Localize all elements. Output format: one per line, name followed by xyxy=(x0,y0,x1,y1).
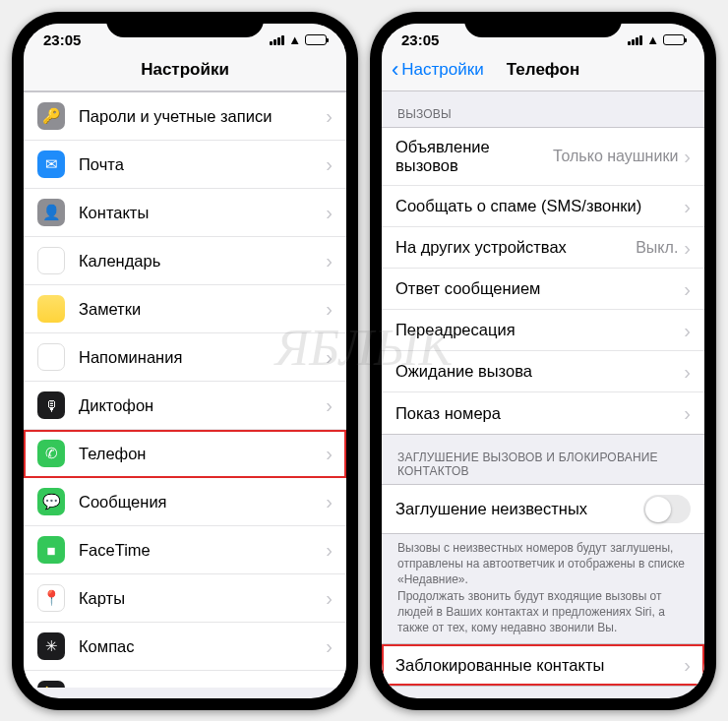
msg-icon: 💬 xyxy=(37,488,65,515)
row-на-других-устройствах[interactable]: На других устройствахВыкл.› xyxy=(382,227,704,269)
chevron-right-icon: › xyxy=(684,655,691,675)
section-footer-silence: Вызовы с неизвестных номеров будут заглу… xyxy=(382,534,704,643)
signal-icon xyxy=(628,35,642,45)
nav-bar: ‹ Настройки Телефон xyxy=(382,52,704,91)
chevron-right-icon: › xyxy=(326,395,333,415)
row-label: Сообщать о спаме (SMS/звонки) xyxy=(395,197,684,215)
row-переадресация[interactable]: Переадресация› xyxy=(382,310,704,351)
row-label: Заглушение неизвестных xyxy=(395,500,643,518)
chevron-right-icon: › xyxy=(326,685,333,688)
chevron-right-icon: › xyxy=(326,203,333,222)
maps-icon: 📍 xyxy=(37,584,65,612)
row-показ-номера[interactable]: Показ номера› xyxy=(382,392,704,434)
chevron-right-icon: › xyxy=(684,238,691,258)
chevron-right-icon: › xyxy=(326,444,333,463)
settings-row-cal[interactable]: Календарь› xyxy=(24,237,346,285)
row-label: Календарь xyxy=(79,252,326,270)
row-label: Переадресация xyxy=(395,321,684,339)
row-label: Напоминания xyxy=(79,348,326,367)
row-value: Только наушники xyxy=(553,148,678,165)
row-label: Заблокированные контакты xyxy=(395,656,684,675)
row-label: Рулетка xyxy=(79,686,326,689)
chevron-left-icon: ‹ xyxy=(392,59,398,81)
settings-row-mail[interactable]: ✉Почта› xyxy=(24,141,346,189)
settings-row-ft[interactable]: ■FaceTime› xyxy=(24,526,346,574)
notch xyxy=(464,12,622,37)
settings-row-remind[interactable]: •Напоминания› xyxy=(24,333,346,382)
status-time: 23:05 xyxy=(401,31,460,48)
page-title: Настройки xyxy=(141,60,229,80)
row-label: Ожидание вызова xyxy=(395,362,684,381)
settings-row-notes[interactable]: Заметки› xyxy=(24,285,346,333)
row-ответ-сообщением[interactable]: Ответ сообщением› xyxy=(382,269,704,310)
battery-icon xyxy=(663,34,685,45)
row-label: Объявление вызовов xyxy=(395,138,553,175)
back-label: Настройки xyxy=(401,60,483,80)
settings-row-measure[interactable]: 📏Рулетка› xyxy=(24,671,346,688)
wifi-icon: ▲ xyxy=(288,32,301,47)
page-title: Телефон xyxy=(507,60,579,80)
chevron-right-icon: › xyxy=(326,540,333,560)
chevron-right-icon: › xyxy=(684,321,691,340)
chevron-right-icon: › xyxy=(326,299,333,319)
signal-icon xyxy=(270,35,284,45)
row-label: FaceTime xyxy=(79,541,326,560)
settings-row-compass[interactable]: ✳Компас› xyxy=(24,623,346,671)
chevron-right-icon: › xyxy=(684,147,691,166)
chevron-right-icon: › xyxy=(326,588,333,608)
row-label: Контакты xyxy=(79,204,326,222)
notes-icon xyxy=(37,295,65,323)
row-label: Диктофон xyxy=(79,396,326,415)
contacts-icon: 👤 xyxy=(37,199,65,226)
settings-row-phone[interactable]: ✆Телефон› xyxy=(24,430,346,478)
row-label: Пароли и учетные записи xyxy=(79,107,326,126)
row-silence-unknown[interactable]: Заглушение неизвестных xyxy=(382,485,704,533)
row-label: Сообщения xyxy=(79,493,326,511)
chevron-right-icon: › xyxy=(326,347,333,367)
chevron-right-icon: › xyxy=(684,362,691,382)
chevron-right-icon: › xyxy=(326,106,333,126)
remind-icon: • xyxy=(37,343,65,371)
measure-icon: 📏 xyxy=(37,681,65,688)
row-label: Телефон xyxy=(79,445,326,463)
settings-row-msg[interactable]: 💬Сообщения› xyxy=(24,478,346,526)
phone-frame-right: 23:05 ▲ ‹ Настройки Телефон ВЫЗОВЫ Объяв… xyxy=(370,12,716,710)
chevron-right-icon: › xyxy=(684,403,691,423)
compass-icon: ✳ xyxy=(37,632,65,660)
section-header-silence: ЗАГЛУШЕНИЕ ВЫЗОВОВ И БЛОКИРОВАНИЕ КОНТАК… xyxy=(382,435,704,484)
row-ожидание-вызова[interactable]: Ожидание вызова› xyxy=(382,351,704,392)
row-сообщать-о-спаме-sms-звонки-[interactable]: Сообщать о спаме (SMS/звонки)› xyxy=(382,186,704,227)
phone-icon: ✆ xyxy=(37,440,65,467)
section-header-calls: ВЫЗОВЫ xyxy=(382,91,704,127)
wifi-icon: ▲ xyxy=(646,32,659,47)
voice-icon: 🎙 xyxy=(37,391,65,419)
back-button[interactable]: ‹ Настройки xyxy=(392,59,484,81)
chevron-right-icon: › xyxy=(684,279,691,299)
battery-icon xyxy=(305,34,327,45)
nav-bar: Настройки xyxy=(24,52,346,91)
status-time: 23:05 xyxy=(43,31,102,48)
settings-row-contacts[interactable]: 👤Контакты› xyxy=(24,189,346,237)
chevron-right-icon: › xyxy=(326,251,333,270)
row-label: Карты xyxy=(79,589,326,608)
row-label: Компас xyxy=(79,637,326,656)
settings-row-voice[interactable]: 🎙Диктофон› xyxy=(24,382,346,430)
row-объявление-вызовов[interactable]: Объявление вызововТолько наушники› xyxy=(382,128,704,186)
row-label: Заметки xyxy=(79,300,326,319)
chevron-right-icon: › xyxy=(326,636,333,656)
settings-row-key[interactable]: 🔑Пароли и учетные записи› xyxy=(24,92,346,141)
key-icon: 🔑 xyxy=(37,102,65,130)
row-blocked-contacts[interactable]: Заблокированные контакты › xyxy=(382,644,704,686)
mail-icon: ✉ xyxy=(37,150,65,178)
row-label: Ответ сообщением xyxy=(395,279,684,298)
chevron-right-icon: › xyxy=(326,154,333,174)
notch xyxy=(106,12,264,37)
settings-row-maps[interactable]: 📍Карты› xyxy=(24,574,346,623)
row-label: Почта xyxy=(79,155,326,174)
toggle-silence-unknown[interactable] xyxy=(643,495,691,523)
chevron-right-icon: › xyxy=(326,492,333,511)
chevron-right-icon: › xyxy=(684,197,691,216)
row-value: Выкл. xyxy=(636,239,678,257)
row-label: На других устройствах xyxy=(395,238,636,257)
phone-frame-left: 23:05 ▲ Настройки 🔑Пароли и учетные запи… xyxy=(12,12,358,710)
